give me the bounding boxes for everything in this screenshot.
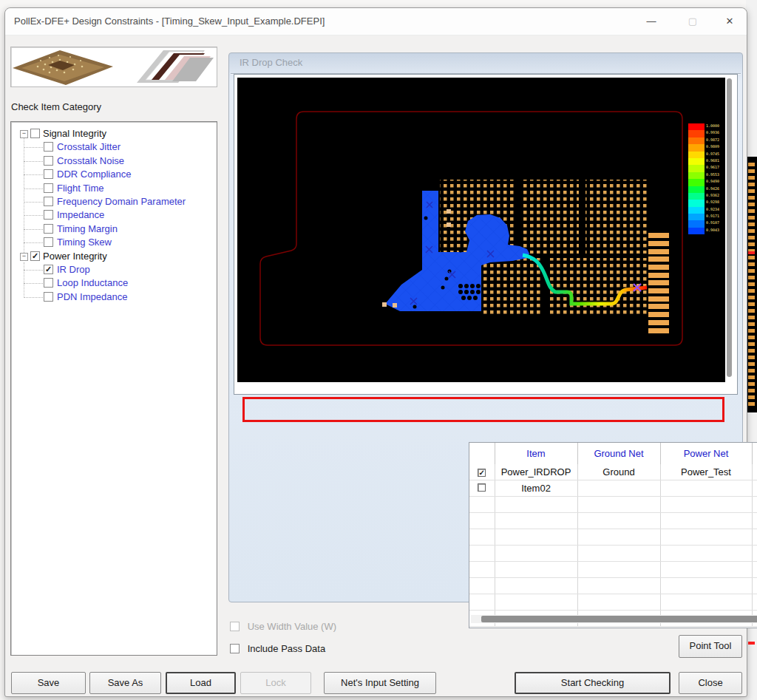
tree-item-timing-skew[interactable]: Timing Skew <box>11 236 217 249</box>
crosstalk-jitter-checkbox[interactable] <box>44 142 53 152</box>
power-integrity-checkbox[interactable] <box>30 251 40 261</box>
minimize-icon[interactable]: — <box>634 8 668 34</box>
header-item: Item <box>495 443 577 464</box>
include-pass-data-checkbox[interactable] <box>230 644 240 653</box>
lock-button[interactable]: Lock <box>240 672 311 694</box>
tree-item-label: Crosstalk Noise <box>57 155 124 167</box>
tree-item-label: PDN Impedance <box>57 291 127 303</box>
background-pad-column <box>748 163 755 407</box>
tree-item-label: Loop Inductance <box>57 277 128 289</box>
tree-item-ir-drop[interactable]: IR Drop <box>11 263 217 276</box>
row-checkbox[interactable] <box>478 469 486 477</box>
cell-ground-net[interactable] <box>577 480 660 497</box>
pcb-ir-drop-visualization <box>237 78 725 382</box>
crosstalk-noise-checkbox[interactable] <box>44 156 53 166</box>
tree-item-label: Power Integrity <box>43 251 107 262</box>
start-checking-button[interactable]: Start Checking <box>515 672 671 694</box>
title-bar[interactable]: PollEx-DFE+ Design Constraints - [Timing… <box>5 8 747 35</box>
impedance-checkbox[interactable] <box>44 210 53 220</box>
load-button[interactable]: Load <box>166 672 236 694</box>
close-icon[interactable]: ✕ <box>713 8 747 34</box>
tree-item-label: Timing Skew <box>57 237 112 248</box>
save-button[interactable]: Save <box>11 672 86 694</box>
check-items-table[interactable]: Item Ground Net Power Net Source Compone… <box>469 442 757 628</box>
check-item-category-label: Check Item Category <box>11 101 101 112</box>
nets-input-setting-button[interactable]: Net's Input Setting <box>324 672 436 694</box>
include-pass-data-option[interactable]: Include Pass Data <box>230 643 325 654</box>
point-tool-button[interactable]: Point Tool <box>679 635 742 658</box>
header-source-component: Source Component <box>752 443 757 464</box>
ddr-compliance-checkbox[interactable] <box>44 169 53 179</box>
table-header-row: Item Ground Net Power Net Source Compone… <box>469 443 757 464</box>
tree-item-signal-integrity[interactable]: − Signal Integrity <box>11 127 217 140</box>
cell-power-net[interactable] <box>660 480 752 497</box>
header-checkbox-column <box>469 443 495 464</box>
design-constraints-dialog: PollEx-DFE+ Design Constraints - [Timing… <box>4 7 747 697</box>
frequency-domain-parameter-checkbox[interactable] <box>44 197 53 206</box>
tree-item-label: Timing Margin <box>57 223 118 235</box>
table-empty-row <box>469 578 757 594</box>
table-empty-row <box>469 546 757 562</box>
image-vertical-scrollbar[interactable] <box>727 78 732 377</box>
pdn-impedance-checkbox[interactable] <box>44 292 53 302</box>
include-pass-data-label: Include Pass Data <box>248 643 326 654</box>
table-empty-row <box>469 513 757 529</box>
use-width-value-checkbox[interactable] <box>230 622 240 631</box>
tree-item-frequency-domain-parameter[interactable]: Frequency Domain Parameter <box>11 195 217 208</box>
collapse-icon[interactable]: − <box>20 253 28 261</box>
group-title: IR Drop Check <box>240 57 302 68</box>
tree-item-label: Impedance <box>57 209 104 221</box>
cell-source-component[interactable]: PowerSource <box>752 464 757 480</box>
timing-skew-checkbox[interactable] <box>44 237 53 247</box>
signal-integrity-checkbox[interactable] <box>30 129 40 138</box>
table-row[interactable]: Power_IRDROP Ground Power_Test PowerSour… <box>469 464 757 480</box>
header-ground-net: Ground Net <box>577 443 660 464</box>
annotation-highlight <box>242 397 724 422</box>
table-row[interactable]: Item02 Single Net <box>469 480 757 497</box>
tree-item-power-integrity[interactable]: − Power Integrity <box>11 250 217 263</box>
header-power-net: Power Net <box>660 443 752 464</box>
cell-item[interactable]: Power_IRDROP <box>495 464 577 480</box>
scrollbar-thumb[interactable] <box>481 616 757 622</box>
tree-item-impedance[interactable]: Impedance <box>11 208 217 222</box>
cell-source-component[interactable] <box>752 480 757 497</box>
cell-power-net[interactable]: Power_Test <box>660 464 752 480</box>
table-horizontal-scrollbar[interactable] <box>471 615 757 623</box>
chip-and-layers-illustration <box>11 47 215 85</box>
table-empty-row <box>469 529 757 546</box>
use-width-value-option[interactable]: Use Width Value (W) <box>230 621 336 632</box>
tree-item-timing-margin[interactable]: Timing Margin <box>11 222 217 236</box>
tree-item-crosstalk-jitter[interactable]: Crosstalk Jitter <box>11 140 217 154</box>
table-empty-row <box>469 594 757 611</box>
maximize-icon: ▢ <box>676 8 710 34</box>
tree-item-label: Frequency Domain Parameter <box>57 196 186 208</box>
background-red-mark <box>748 642 755 645</box>
table-empty-row <box>469 562 757 578</box>
background-red-mark <box>748 251 755 254</box>
tree-item-pdn-impedance[interactable]: PDN Impedance <box>11 290 217 304</box>
tree-item-label: Signal Integrity <box>43 128 106 140</box>
background-pcb-view <box>746 157 757 412</box>
table-empty-row <box>469 497 757 513</box>
check-item-tree[interactable]: − Signal Integrity Crosstalk Jitter Cros… <box>10 121 217 656</box>
close-button[interactable]: Close <box>679 672 742 694</box>
tree-item-label: Flight Time <box>57 183 104 194</box>
cell-ground-net[interactable]: Ground <box>577 464 660 480</box>
save-as-button[interactable]: Save As <box>89 672 161 694</box>
ir-drop-checkbox[interactable] <box>44 265 53 274</box>
tree-item-crosstalk-noise[interactable]: Crosstalk Noise <box>11 154 217 168</box>
ir-drop-check-group: IR Drop Check <box>228 52 743 602</box>
tree-item-label: IR Drop <box>57 264 90 276</box>
pcb-view-panel[interactable]: 1.00000.99360.98720.98090.97450.96810.96… <box>234 74 738 395</box>
tree-item-flight-time[interactable]: Flight Time <box>11 182 217 195</box>
pcb-thumbnail-image <box>10 47 217 87</box>
flight-time-checkbox[interactable] <box>44 183 53 193</box>
tree-item-ddr-compliance[interactable]: DDR Compliance <box>11 168 217 181</box>
tree-item-label: DDR Compliance <box>57 169 131 180</box>
tree-item-loop-inductance[interactable]: Loop Inductance <box>11 276 217 290</box>
timing-margin-checkbox[interactable] <box>44 224 53 234</box>
cell-item[interactable]: Item02 <box>495 480 577 497</box>
row-checkbox[interactable] <box>478 483 486 492</box>
loop-inductance-checkbox[interactable] <box>44 278 53 288</box>
collapse-icon[interactable]: − <box>20 130 28 138</box>
